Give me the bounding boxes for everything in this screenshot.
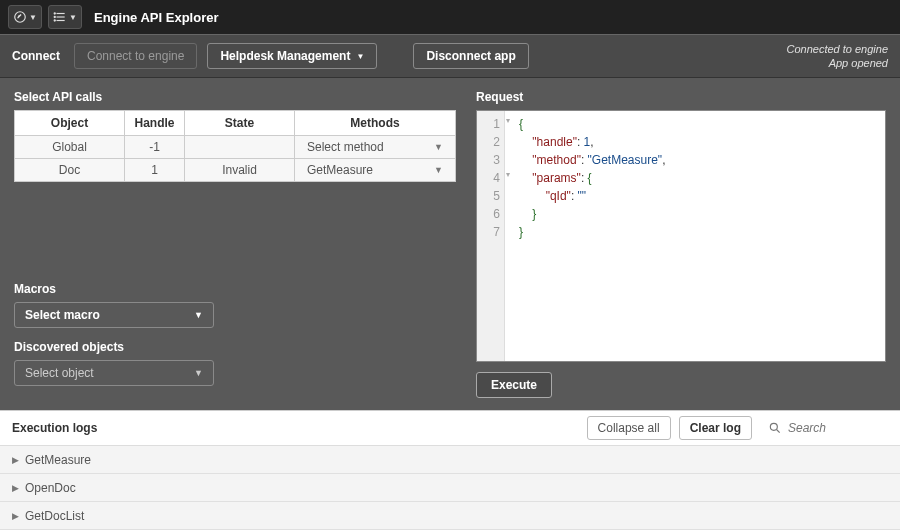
cell-state bbox=[185, 136, 295, 159]
col-methods: Methods bbox=[295, 111, 456, 136]
request-editor[interactable]: 1234567 { "handle": 1, "method": "GetMea… bbox=[476, 110, 886, 362]
macro-select[interactable]: Select macro ▼ bbox=[14, 302, 214, 328]
discovered-object-select[interactable]: Select object ▼ bbox=[14, 360, 214, 386]
table-row: Global-1Select method▼ bbox=[15, 136, 456, 159]
execute-button[interactable]: Execute bbox=[476, 372, 552, 398]
connect-label: Connect bbox=[12, 49, 60, 63]
compass-menu-button[interactable]: ▼ bbox=[8, 5, 42, 29]
svg-point-7 bbox=[54, 20, 55, 21]
chevron-down-icon: ▼ bbox=[434, 165, 443, 175]
svg-point-0 bbox=[15, 12, 26, 23]
log-item-label: GetDocList bbox=[25, 509, 84, 523]
col-state: State bbox=[185, 111, 295, 136]
chevron-down-icon: ▼ bbox=[194, 310, 203, 320]
code-content: { "handle": 1, "method": "GetMeasure", "… bbox=[505, 111, 673, 361]
logs-body: ▶GetMeasure▶OpenDoc▶GetDocList bbox=[0, 446, 900, 530]
log-row[interactable]: ▶GetMeasure bbox=[0, 446, 900, 474]
col-object: Object bbox=[15, 111, 125, 136]
disconnect-app-button[interactable]: Disconnect app bbox=[413, 43, 528, 69]
chevron-down-icon: ▼ bbox=[29, 13, 37, 22]
collapse-all-button[interactable]: Collapse all bbox=[587, 416, 671, 440]
cell-method[interactable]: Select method▼ bbox=[295, 136, 456, 159]
log-search bbox=[768, 421, 888, 435]
cell-state: Invalid bbox=[185, 159, 295, 182]
triangle-right-icon: ▶ bbox=[12, 511, 19, 521]
cell-object: Global bbox=[15, 136, 125, 159]
connection-status: Connected to engine App opened bbox=[786, 42, 888, 71]
log-row[interactable]: ▶GetDocList bbox=[0, 502, 900, 530]
macros-title: Macros bbox=[14, 282, 456, 296]
titlebar: ▼ ▼ Engine API Explorer bbox=[0, 0, 900, 34]
log-item-label: OpenDoc bbox=[25, 481, 76, 495]
logs-title: Execution logs bbox=[12, 421, 97, 435]
compass-icon bbox=[13, 10, 27, 24]
search-icon bbox=[768, 421, 782, 435]
cell-handle: 1 bbox=[125, 159, 185, 182]
list-icon bbox=[53, 10, 67, 24]
log-row[interactable]: ▶OpenDoc bbox=[0, 474, 900, 502]
toolbar: Connect Connect to engine Helpdesk Manag… bbox=[0, 34, 900, 78]
svg-point-5 bbox=[54, 13, 55, 14]
log-search-input[interactable] bbox=[788, 421, 888, 435]
list-menu-button[interactable]: ▼ bbox=[48, 5, 82, 29]
triangle-right-icon: ▶ bbox=[12, 455, 19, 465]
api-calls-title: Select API calls bbox=[14, 90, 456, 104]
chevron-down-icon: ▼ bbox=[194, 368, 203, 378]
cell-method[interactable]: GetMeasure▼ bbox=[295, 159, 456, 182]
cell-object: Doc bbox=[15, 159, 125, 182]
svg-line-9 bbox=[777, 430, 780, 433]
request-title: Request bbox=[476, 90, 886, 104]
line-gutter: 1234567 bbox=[477, 111, 505, 361]
connect-to-engine-button[interactable]: Connect to engine bbox=[74, 43, 197, 69]
chevron-down-icon: ▼ bbox=[434, 142, 443, 152]
svg-marker-1 bbox=[18, 15, 22, 19]
col-handle: Handle bbox=[125, 111, 185, 136]
chevron-down-icon: ▼ bbox=[356, 52, 364, 61]
chevron-down-icon: ▼ bbox=[69, 13, 77, 22]
triangle-right-icon: ▶ bbox=[12, 483, 19, 493]
api-calls-table: Object Handle State Methods Global-1Sele… bbox=[14, 110, 456, 182]
svg-point-6 bbox=[54, 16, 55, 17]
cell-handle: -1 bbox=[125, 136, 185, 159]
app-title: Engine API Explorer bbox=[94, 10, 219, 25]
logs-header: Execution logs Collapse all Clear log bbox=[0, 410, 900, 446]
svg-point-8 bbox=[770, 423, 777, 430]
table-row: Doc1InvalidGetMeasure▼ bbox=[15, 159, 456, 182]
log-item-label: GetMeasure bbox=[25, 453, 91, 467]
discovered-title: Discovered objects bbox=[14, 340, 456, 354]
clear-log-button[interactable]: Clear log bbox=[679, 416, 752, 440]
app-selector-dropdown[interactable]: Helpdesk Management ▼ bbox=[207, 43, 377, 69]
